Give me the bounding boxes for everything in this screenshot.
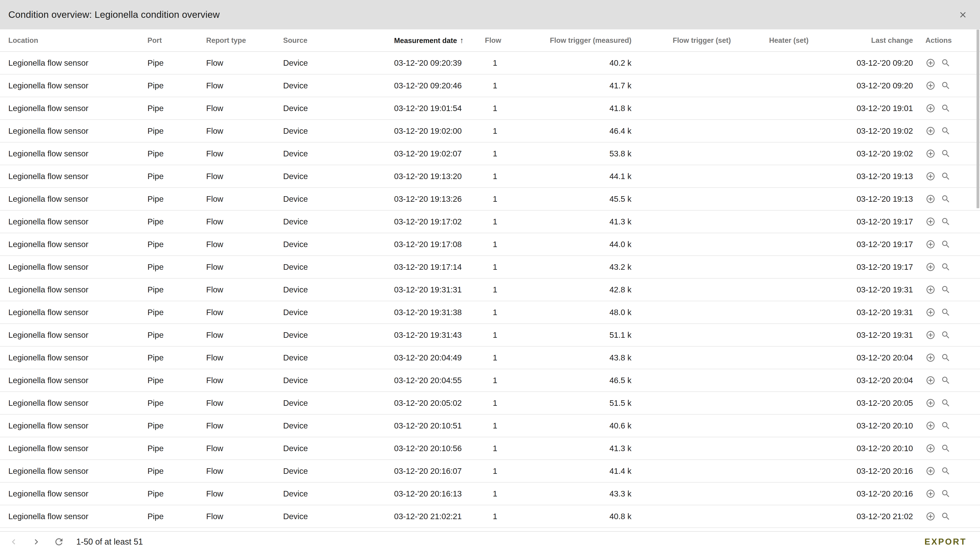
cell-flow_trigger_measured: 41.8 k (509, 104, 632, 113)
add-condition-button[interactable] (926, 148, 935, 159)
previous-page-button[interactable] (8, 536, 19, 547)
add-condition-button[interactable] (926, 80, 935, 91)
cell-actions (913, 488, 976, 499)
inspect-button[interactable] (941, 511, 951, 522)
add-condition-button[interactable] (926, 488, 935, 499)
scrollbar-thumb[interactable] (977, 30, 979, 208)
add-condition-button[interactable] (926, 58, 935, 68)
add-circle-icon (926, 398, 935, 408)
cell-source: Device (283, 194, 394, 204)
close-button[interactable] (958, 10, 968, 20)
cell-flow: 1 (484, 308, 509, 317)
add-circle-icon (926, 126, 935, 136)
column-header-last_change[interactable]: Last change (808, 36, 913, 45)
inspect-button[interactable] (941, 488, 951, 499)
table-row: Legionella flow sensorPipeFlowDevice03-1… (0, 52, 980, 75)
cell-report_type: Flow (206, 104, 283, 113)
inspect-button[interactable] (941, 171, 951, 181)
inspect-button[interactable] (941, 421, 951, 431)
column-header-heater_set[interactable]: Heater (set) (731, 36, 808, 45)
cell-source: Device (283, 398, 394, 408)
add-condition-button[interactable] (926, 194, 935, 204)
cell-location: Legionella flow sensor (0, 421, 148, 430)
cell-location: Legionella flow sensor (0, 58, 148, 67)
inspect-button[interactable] (941, 307, 951, 317)
cell-port: Pipe (148, 489, 206, 498)
add-condition-button[interactable] (926, 330, 935, 340)
inspect-button[interactable] (941, 353, 951, 363)
cell-report_type: Flow (206, 398, 283, 408)
add-condition-button[interactable] (926, 284, 935, 295)
table-row: Legionella flow sensorPipeFlowDevice03-1… (0, 188, 980, 211)
inspect-button[interactable] (941, 443, 951, 453)
cell-measurement_date: 03-12-'20 09:20:39 (394, 58, 484, 67)
cell-measurement_date: 03-12-'20 19:31:31 (394, 285, 484, 294)
cell-report_type: Flow (206, 285, 283, 294)
cell-location: Legionella flow sensor (0, 172, 148, 181)
inspect-button[interactable] (941, 80, 951, 91)
cell-measurement_date: 03-12-'20 19:02:00 (394, 126, 484, 136)
add-condition-button[interactable] (926, 398, 935, 408)
column-header-report_type[interactable]: Report type (206, 36, 283, 45)
add-condition-button[interactable] (926, 375, 935, 385)
cell-source: Device (283, 58, 394, 67)
column-header-flow_trigger_set[interactable]: Flow trigger (set) (632, 36, 731, 45)
cell-actions (913, 511, 976, 522)
cell-location: Legionella flow sensor (0, 126, 148, 136)
refresh-button[interactable] (54, 536, 64, 547)
next-page-button[interactable] (31, 536, 41, 547)
column-header-location[interactable]: Location (0, 36, 148, 45)
cell-flow_trigger_measured: 53.8 k (509, 149, 632, 158)
export-button[interactable]: EXPORT (923, 537, 968, 547)
add-condition-button[interactable] (926, 466, 935, 476)
inspect-button[interactable] (941, 239, 951, 249)
inspect-button[interactable] (941, 466, 951, 476)
cell-location: Legionella flow sensor (0, 466, 148, 475)
cell-actions (913, 103, 976, 113)
cell-measurement_date: 03-12-'20 19:31:38 (394, 308, 484, 317)
inspect-button[interactable] (941, 103, 951, 113)
add-condition-button[interactable] (926, 171, 935, 181)
table-header-row: LocationPortReport typeSourceMeasurement… (0, 29, 980, 52)
inspect-button[interactable] (941, 330, 951, 340)
inspect-button[interactable] (941, 217, 951, 227)
add-circle-icon (926, 239, 935, 249)
add-condition-button[interactable] (926, 103, 935, 113)
vertical-scrollbar[interactable] (976, 30, 980, 531)
inspect-button[interactable] (941, 126, 951, 136)
column-header-flow[interactable]: Flow (484, 36, 509, 45)
cell-actions (913, 466, 976, 476)
add-condition-button[interactable] (926, 353, 935, 363)
cell-flow: 1 (484, 149, 509, 158)
cell-flow: 1 (484, 217, 509, 226)
add-condition-button[interactable] (926, 239, 935, 249)
inspect-button[interactable] (941, 375, 951, 385)
inspect-button[interactable] (941, 284, 951, 295)
inspect-button[interactable] (941, 398, 951, 408)
inspect-button[interactable] (941, 262, 951, 272)
magnifier-icon (941, 330, 951, 340)
cell-flow: 1 (484, 104, 509, 113)
refresh-icon (54, 536, 64, 547)
column-header-measurement_date[interactable]: Measurement date↑ (394, 36, 484, 45)
column-header-source[interactable]: Source (283, 36, 394, 45)
chevron-left-icon (8, 536, 19, 547)
add-condition-button[interactable] (926, 307, 935, 317)
add-condition-button[interactable] (926, 443, 935, 453)
inspect-button[interactable] (941, 148, 951, 159)
add-condition-button[interactable] (926, 421, 935, 431)
column-header-port[interactable]: Port (148, 36, 206, 45)
table-row: Legionella flow sensorPipeFlowDevice03-1… (0, 415, 980, 437)
inspect-button[interactable] (941, 58, 951, 68)
cell-actions (913, 421, 976, 431)
table-row: Legionella flow sensorPipeFlowDevice03-1… (0, 97, 980, 120)
cell-last_change: 03-12-'20 21:02 (808, 512, 913, 521)
column-header-flow_trigger_measured[interactable]: Flow trigger (measured) (509, 36, 632, 45)
add-condition-button[interactable] (926, 262, 935, 272)
add-condition-button[interactable] (926, 126, 935, 136)
add-condition-button[interactable] (926, 511, 935, 522)
add-condition-button[interactable] (926, 217, 935, 227)
inspect-button[interactable] (941, 194, 951, 204)
table-row: Legionella flow sensorPipeFlowDevice03-1… (0, 233, 980, 256)
cell-last_change: 03-12-'20 09:20 (808, 58, 913, 67)
